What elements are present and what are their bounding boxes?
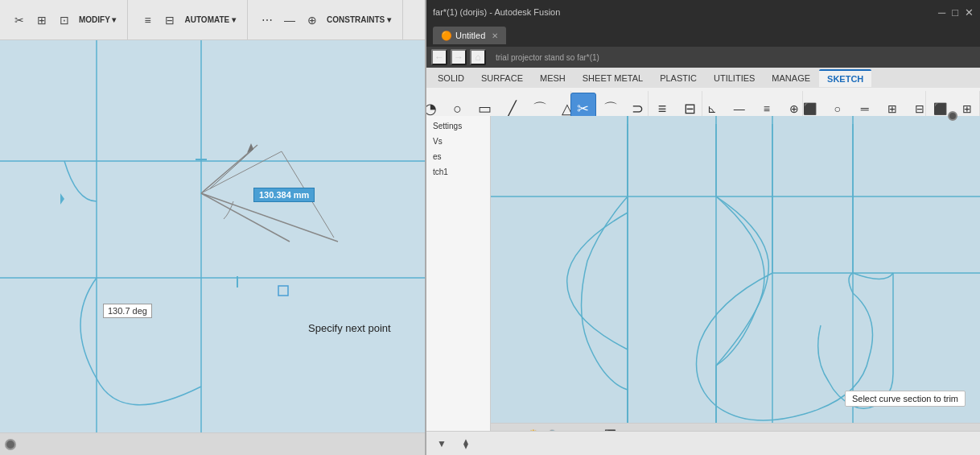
constraint-icon-v: ⊾ <box>707 103 717 114</box>
automate-icon1: ≡ <box>658 101 667 116</box>
constraint-icon-h: — <box>734 103 745 114</box>
constraint-icon1[interactable]: ⋯ <box>256 9 278 31</box>
home-button[interactable]: ⌂ <box>470 49 486 65</box>
svg-line-4 <box>201 145 257 193</box>
tab-untitled[interactable]: 🟠 Untitled ✕ <box>433 27 506 44</box>
prompt-text: Specify next point <box>308 322 391 334</box>
automate-icon1[interactable]: ≡ <box>136 9 159 31</box>
tab-plastic[interactable]: PLASTIC <box>652 69 705 87</box>
svg-rect-11 <box>278 286 288 296</box>
title-bar-right: ─ □ ✕ <box>938 6 974 19</box>
dimension-label: 130.384 mm <box>253 188 315 202</box>
automate-icon2: ⊟ <box>684 101 696 116</box>
array-icon[interactable]: ⊞ <box>31 9 53 31</box>
minimize-button[interactable]: ─ <box>938 6 945 19</box>
sidebar-es[interactable]: es <box>430 150 487 163</box>
right-viewport[interactable]: Select curve section to trim <box>491 116 980 423</box>
tab-mesh[interactable]: MESH <box>532 69 574 87</box>
tab-label: Untitled <box>455 31 485 40</box>
sidebar-settings[interactable]: Settings <box>430 119 487 133</box>
forward-button[interactable]: → <box>451 49 467 65</box>
spline-icon: ⌒ <box>533 101 547 116</box>
dimension-value: 130.384 mm <box>259 190 309 200</box>
filter-funnel-btn[interactable]: ⧫ <box>457 435 475 453</box>
title-bar: far*(1) (dorjis) - Autodesk Fusion ─ □ ✕ <box>426 0 980 24</box>
ribbon-tabs: SOLID SURFACE MESH SHEET METAL PLASTIC U… <box>426 68 980 88</box>
svg-rect-15 <box>491 116 980 423</box>
modify-label[interactable]: MODIFY ▾ <box>76 14 119 26</box>
circle-icon: ○ <box>453 101 462 116</box>
tab-surface[interactable]: SURFACE <box>473 69 531 87</box>
insert-icon2: ⊞ <box>962 103 972 114</box>
angle-label: 130.7 deg <box>103 304 152 318</box>
constraints-label[interactable]: CONSTRAINTS ▾ <box>323 14 394 26</box>
offset-icon: ⊃ <box>632 101 644 116</box>
tab-sketch[interactable]: SKETCH <box>819 69 871 87</box>
back-button[interactable]: ← <box>431 49 447 65</box>
viewport-prompt: Select curve section to trim <box>845 391 966 407</box>
browser-tabs: 🟠 Untitled ✕ <box>426 24 980 47</box>
trim-icon: ✂ <box>577 101 589 116</box>
constraint-icon-eq: ≡ <box>764 103 770 114</box>
close-button[interactable]: ✕ <box>965 6 974 19</box>
specify-next-point: Specify next point <box>308 322 391 334</box>
left-sketch-canvas[interactable]: 130.384 mm 130.7 deg Specify next point <box>0 40 425 455</box>
automate-icon2[interactable]: ⊟ <box>159 9 181 31</box>
sketch-svg <box>0 40 425 455</box>
configure-icon4: ⊞ <box>887 103 897 114</box>
tab-manage[interactable]: MANAGE <box>764 69 818 87</box>
circle-indicator-left[interactable] <box>5 439 16 450</box>
modify-group: ✂ ⊞ ⊡ MODIFY ▾ <box>0 0 128 39</box>
quick-access-toolbar: ← → ⌂ trial projector stand so far*(1) <box>426 47 980 68</box>
project-hint: trial projector stand so far*(1) <box>496 53 599 62</box>
configure-icon2: ○ <box>834 103 841 114</box>
left-toolbar: ✂ ⊞ ⊡ MODIFY ▾ ≡ ⊟ AUTOMATE ▾ ⋯ — ⊕ CONS… <box>0 0 425 40</box>
tab-solid[interactable]: SOLID <box>430 69 472 87</box>
configure-icon1: ⬛ <box>803 103 817 114</box>
svg-marker-14 <box>60 193 64 205</box>
scissors-icon[interactable]: ✂ <box>8 9 31 31</box>
line-icon: ╱ <box>508 101 517 116</box>
insert-icon1: ⬛ <box>933 103 947 114</box>
left-bottom-bar <box>0 432 425 455</box>
configure-icon3: ═ <box>861 103 869 114</box>
configure-icon5: ⊟ <box>915 103 924 114</box>
tab-close-icon[interactable]: ✕ <box>492 31 498 40</box>
constraint-icon3[interactable]: ⊕ <box>301 9 323 31</box>
angle-value: 130.7 deg <box>108 306 147 316</box>
rect-icon: ▭ <box>478 101 492 116</box>
tab-utilities[interactable]: UTILITIES <box>706 69 763 87</box>
automate-group: ≡ ⊟ AUTOMATE ▾ <box>128 0 248 39</box>
sidebar-sketch1[interactable]: tch1 <box>430 165 487 179</box>
fusion-app-panel: far*(1) (dorjis) - Autodesk Fusion ─ □ ✕… <box>425 0 980 455</box>
constraint-icon2[interactable]: — <box>278 9 301 31</box>
arc-icon: ◔ <box>425 101 437 116</box>
circle-dot-indicator <box>948 111 957 121</box>
automate-label[interactable]: AUTOMATE ▾ <box>181 14 239 26</box>
scale-icon[interactable]: ⊡ <box>53 9 76 31</box>
fillet-icon: ⌒ <box>603 101 618 116</box>
tab-icon: 🟠 <box>441 31 452 41</box>
maximize-button[interactable]: □ <box>952 6 958 19</box>
viewport-svg <box>491 116 980 423</box>
filter-icon-btn[interactable]: ▼ <box>433 435 451 453</box>
sidebar-vs[interactable]: Vs <box>430 134 487 148</box>
left-sidebar: Settings Vs es tch1 <box>426 116 491 455</box>
left-sketch-panel: ✂ ⊞ ⊡ MODIFY ▾ ≡ ⊟ AUTOMATE ▾ ⋯ — ⊕ CONS… <box>0 0 425 455</box>
title-bar-left: far*(1) (dorjis) - Autodesk Fusion <box>433 7 560 17</box>
status-bar: ▼ ⧫ <box>426 431 980 455</box>
constraints-group: ⋯ — ⊕ CONSTRAINTS ▾ <box>248 0 403 39</box>
title-bar-text: far*(1) (dorjis) - Autodesk Fusion <box>433 7 560 17</box>
tab-sheet-metal[interactable]: SHEET METAL <box>574 69 651 87</box>
